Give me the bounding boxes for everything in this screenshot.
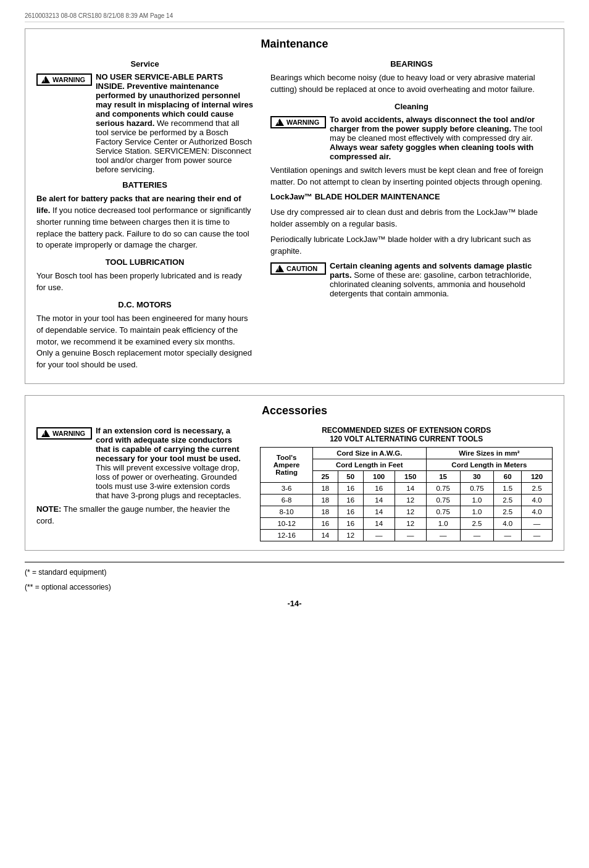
lockjaw-heading: LockJaw™ BLADE HOLDER MAINTENANCE [270,191,553,203]
table-body: 3-6181616140.750.751.52.56-8181614120.75… [261,483,553,541]
page-header: 2610003213 08-08 CRS180 8/21/08 8:39 AM … [25,12,564,22]
table-row: 10-12161614121.02.54.0— [261,518,553,530]
cell-meters-1: 0.75 [460,483,494,495]
table-header-row1: Tool'sAmpereRating Cord Size in A.W.G. W… [261,448,553,459]
table-header-line2: 120 VOLT ALTERNATING CURRENT TOOLS [330,435,483,443]
cell-feet-3: 14 [395,483,426,495]
cell-feet-0: 18 [312,483,338,495]
batteries-heading: BATTERIES [36,180,253,190]
cell-meters-0: 0.75 [426,483,460,495]
batteries-normal: If you notice decreased tool performance… [36,206,251,250]
cleaning-warning-badge: WARNING [270,116,326,128]
cell-feet-0: 14 [312,530,338,541]
dc-motors-heading: D.C. MOTORS [36,300,253,309]
caution-badge-wrap: CAUTION [270,262,326,275]
cell-meters-2: 4.0 [494,518,522,530]
acc-note-normal: The smaller the gauge number, the heavie… [36,504,230,525]
extension-cord-table: Tool'sAmpereRating Cord Size in A.W.G. W… [260,447,553,541]
th-100: 100 [363,471,395,483]
acc-warning-normal: This will prevent excessive voltage drop… [96,463,241,500]
th-cord-feet: Cord Length in Feet [312,459,426,471]
caution-normal: Some of these are: gasoline, carbon tetr… [330,270,532,298]
cleaning-warning-bold2: Always wear safety goggles when cleaning… [330,143,533,161]
cell-feet-2: 14 [363,495,395,506]
caution-triangle-icon [275,265,284,272]
service-warning-text: NO USER SERVICE-ABLE PARTS INSIDE. Preve… [96,72,253,174]
accessories-note: NOTE: The smaller the gauge number, the … [36,504,243,527]
cell-meters-1: 2.5 [460,518,494,530]
cell-ampere: 6-8 [261,495,312,506]
acc-warning-label: WARNING [52,430,85,437]
cell-ampere: 10-12 [261,518,312,530]
lockjaw-text1: Use dry compressed air to clean dust and… [270,207,553,230]
lockjaw-heading-text: LockJaw™ BLADE HOLDER MAINTENANCE [270,192,440,201]
cleaning-warning-triangle-icon [275,119,284,126]
page-number: -14- [25,599,564,608]
th-25: 25 [312,471,338,483]
warning-triangle-icon [41,76,50,83]
footnotes: (* = standard equipment) (** = optional … [25,562,564,593]
maintenance-right-col: BEARINGS Bearings which become noisy (du… [270,59,553,375]
maintenance-section: Maintenance Service WARNING NO USER SERV… [25,28,564,384]
cell-meters-3: — [522,530,553,541]
th-cord-meters: Cord Length in Meters [426,459,552,471]
th-ampere: Tool'sAmpereRating [261,448,312,483]
cell-ampere: 12-16 [261,530,312,541]
cleaning-warning-text: To avoid accidents, always disconnect th… [330,115,553,161]
cell-feet-1: 16 [338,495,363,506]
table-row: 3-6181616140.750.751.52.5 [261,483,553,495]
cell-feet-3: — [395,530,426,541]
caution-badge: CAUTION [270,262,326,275]
cell-feet-3: 12 [395,506,426,518]
cell-meters-1: 1.0 [460,506,494,518]
cell-ampere: 3-6 [261,483,312,495]
acc-warning-badge-wrap: WARNING [36,427,92,440]
acc-warning-bold: If an extension cord is necessary, a cor… [96,426,241,463]
cell-meters-2: 2.5 [494,506,522,518]
cell-meters-0: 0.75 [426,495,460,506]
table-row: 8-10181614120.751.02.54.0 [261,506,553,518]
cell-meters-0: 1.0 [426,518,460,530]
service-warning: WARNING NO USER SERVICE-ABLE PARTS INSID… [36,72,253,174]
th-120: 120 [522,471,553,483]
cell-meters-3: 4.0 [522,495,553,506]
cell-feet-1: 16 [338,518,363,530]
cell-feet-0: 18 [312,506,338,518]
cell-meters-3: 2.5 [522,483,553,495]
cell-meters-0: — [426,530,460,541]
service-warning-label: WARNING [52,76,85,83]
acc-warning-badge: WARNING [36,427,92,440]
cell-feet-1: 16 [338,483,363,495]
accessories-left-col: WARNING If an extension cord is necessar… [36,426,243,541]
cell-meters-0: 0.75 [426,506,460,518]
th-15: 15 [426,471,460,483]
acc-note-bold: NOTE: [36,504,61,514]
header-text: 2610003213 08-08 CRS180 8/21/08 8:39 AM … [25,12,173,19]
caution-text: Certain cleaning agents and solvents dam… [330,261,553,298]
bearings-heading: BEARINGS [270,59,553,69]
cell-feet-2: 14 [363,506,395,518]
tool-lub-heading: TOOL LUBRICATION [36,257,253,267]
table-header-main: RECOMMENDED SIZES OF EXTENSION CORDS 120… [260,426,553,443]
cell-meters-1: 1.0 [460,495,494,506]
th-50: 50 [338,471,363,483]
service-warning-badge-wrap: WARNING [36,73,92,86]
table-row: 12-161412—————— [261,530,553,541]
cell-feet-2: 16 [363,483,395,495]
tool-lub-text: Your Bosch tool has been properly lubric… [36,270,253,294]
cleaning-heading: Cleaning [270,102,553,111]
accessories-warning: WARNING If an extension cord is necessar… [36,426,243,500]
cell-meters-2: 2.5 [494,495,522,506]
cell-feet-0: 18 [312,495,338,506]
acc-warning-triangle-icon [41,430,50,437]
acc-warning-text: If an extension cord is necessary, a cor… [96,426,243,500]
cleaning-para2: Ventilation openings and switch levers m… [270,165,553,188]
cleaning-warning-label: WARNING [286,119,319,126]
cell-feet-2: — [363,530,395,541]
bearings-text: Bearings which become noisy (due to heav… [270,72,553,96]
maintenance-left-col: Service WARNING NO USER SERVICE-ABLE PAR… [36,59,253,375]
table-row: 6-8181614120.751.02.54.0 [261,495,553,506]
caution-label: CAUTION [286,265,317,272]
footnote-line1: (* = standard equipment) [25,567,564,578]
cell-feet-1: 12 [338,530,363,541]
